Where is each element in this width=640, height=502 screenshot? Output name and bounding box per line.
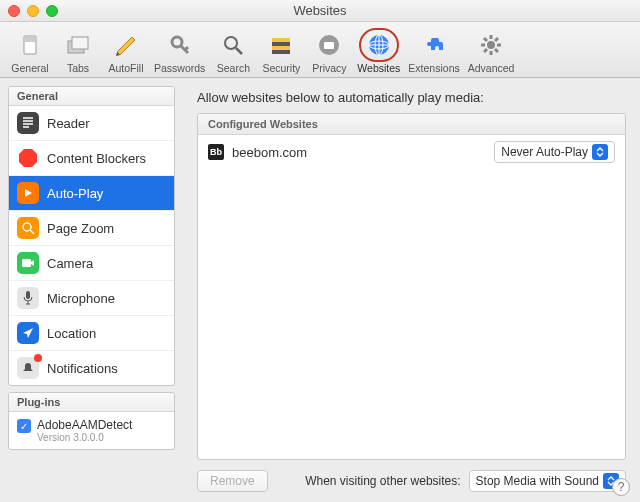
sidebar: General Reader Content Blockers Auto-Pla…	[0, 78, 183, 502]
svg-point-15	[487, 41, 495, 49]
notifications-icon	[17, 357, 39, 379]
other-websites-dropdown[interactable]: Stop Media with Sound	[469, 470, 626, 492]
sidebar-label: Camera	[47, 256, 93, 271]
dropdown-value: Stop Media with Sound	[476, 474, 599, 488]
sidebar-general-panel: General Reader Content Blockers Auto-Pla…	[8, 86, 175, 386]
window-title: Websites	[0, 3, 640, 18]
toolbar-security[interactable]: Security	[257, 26, 305, 76]
plugin-checkbox[interactable]: ✓	[17, 419, 31, 433]
help-button[interactable]: ?	[612, 478, 630, 496]
plugin-item[interactable]: ✓ AdobeAAMDetect Version 3.0.0.0	[9, 412, 174, 449]
main-pane: Allow websites below to automatically pl…	[183, 78, 640, 502]
sidebar-label: Reader	[47, 116, 90, 131]
svg-rect-7	[272, 46, 290, 50]
location-icon	[17, 322, 39, 344]
toolbar-autofill[interactable]: AutoFill	[102, 26, 150, 76]
toolbar-search[interactable]: Search	[209, 26, 257, 76]
privacy-icon	[315, 31, 343, 59]
site-favicon: Bb	[208, 144, 224, 160]
panel-header: Plug-ins	[9, 393, 174, 412]
tabs-icon	[64, 31, 92, 59]
sidebar-item-page-zoom[interactable]: Page Zoom	[9, 211, 174, 246]
camera-icon	[17, 252, 39, 274]
autofill-icon	[112, 31, 140, 59]
toolbar-tabs[interactable]: Tabs	[54, 26, 102, 76]
toolbar-passwords[interactable]: Passwords	[150, 26, 209, 76]
plugin-version: Version 3.0.0.0	[37, 432, 132, 443]
policy-dropdown[interactable]: Never Auto-Play	[494, 141, 615, 163]
sidebar-label: Auto-Play	[47, 186, 103, 201]
sidebar-item-location[interactable]: Location	[9, 316, 174, 351]
sidebar-item-reader[interactable]: Reader	[9, 106, 174, 141]
svg-rect-3	[72, 37, 88, 49]
configured-websites-box: Configured Websites Bb beebom.com Never …	[197, 113, 626, 460]
dropdown-value: Never Auto-Play	[501, 145, 588, 159]
svg-point-5	[225, 37, 237, 49]
svg-rect-8	[272, 42, 290, 46]
svg-point-16	[23, 223, 31, 231]
websites-icon	[365, 31, 393, 59]
main-heading: Allow websites below to automatically pl…	[197, 90, 626, 105]
svg-rect-18	[26, 291, 30, 299]
svg-rect-6	[272, 50, 290, 54]
toolbar-extensions[interactable]: Extensions	[404, 26, 463, 76]
panel-header: General	[9, 87, 174, 106]
bottom-row: Remove When visiting other websites: Sto…	[197, 460, 626, 492]
sidebar-item-notifications[interactable]: Notifications	[9, 351, 174, 385]
sidebar-item-camera[interactable]: Camera	[9, 246, 174, 281]
sidebar-label: Microphone	[47, 291, 115, 306]
reader-icon	[17, 112, 39, 134]
website-row[interactable]: Bb beebom.com Never Auto-Play	[198, 135, 625, 169]
sidebar-label: Location	[47, 326, 96, 341]
site-domain: beebom.com	[232, 145, 486, 160]
toolbar-websites[interactable]: Websites	[353, 26, 404, 76]
configured-header: Configured Websites	[198, 114, 625, 135]
microphone-icon	[17, 287, 39, 309]
sidebar-plugins-panel: Plug-ins ✓ AdobeAAMDetect Version 3.0.0.…	[8, 392, 175, 450]
other-websites-label: When visiting other websites:	[305, 474, 460, 488]
content-blockers-icon	[17, 147, 39, 169]
sidebar-item-microphone[interactable]: Microphone	[9, 281, 174, 316]
chevron-updown-icon	[592, 144, 608, 160]
page-zoom-icon	[17, 217, 39, 239]
toolbar-privacy[interactable]: Privacy	[305, 26, 353, 76]
plugin-name: AdobeAAMDetect	[37, 418, 132, 432]
titlebar: Websites	[0, 0, 640, 22]
passwords-icon	[166, 31, 194, 59]
sidebar-label: Content Blockers	[47, 151, 146, 166]
advanced-icon	[477, 31, 505, 59]
toolbar-advanced[interactable]: Advanced	[464, 26, 519, 76]
svg-rect-1	[24, 37, 36, 42]
svg-rect-11	[324, 42, 334, 49]
svg-rect-9	[272, 38, 290, 42]
remove-button[interactable]: Remove	[197, 470, 268, 492]
sidebar-item-content-blockers[interactable]: Content Blockers	[9, 141, 174, 176]
toolbar-general[interactable]: General	[6, 26, 54, 76]
general-icon	[16, 31, 44, 59]
preferences-toolbar: General Tabs AutoFill Passwords Search S…	[0, 22, 640, 78]
search-icon	[219, 31, 247, 59]
extensions-icon	[420, 31, 448, 59]
sidebar-label: Page Zoom	[47, 221, 114, 236]
security-icon	[267, 31, 295, 59]
sidebar-label: Notifications	[47, 361, 118, 376]
auto-play-icon	[17, 182, 39, 204]
sidebar-item-auto-play[interactable]: Auto-Play	[9, 176, 174, 211]
svg-rect-17	[22, 259, 31, 267]
